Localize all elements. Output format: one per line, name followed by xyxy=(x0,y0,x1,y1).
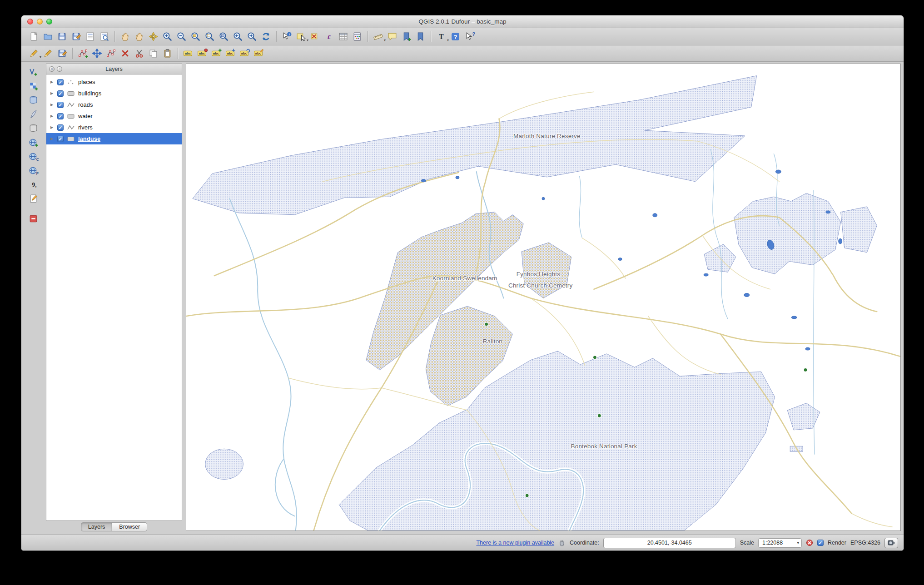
crs-status-button[interactable] xyxy=(884,538,898,548)
show-bookmarks-button[interactable] xyxy=(414,30,427,43)
cut-features-button[interactable] xyxy=(133,47,146,60)
layer-checkbox[interactable]: ✓ xyxy=(57,102,64,108)
zoom-next-button[interactable] xyxy=(245,30,258,43)
change-label-button[interactable]: abc xyxy=(252,47,265,60)
project-new-button[interactable] xyxy=(27,30,40,43)
new-print-composer-button[interactable] xyxy=(84,30,97,43)
layer-checkbox[interactable]: ✓ xyxy=(57,124,64,131)
tab-layers[interactable]: Layers xyxy=(81,522,113,531)
svg-text:ε: ε xyxy=(328,32,331,41)
open-attribute-table-button[interactable] xyxy=(337,30,350,43)
save-layer-edits-button[interactable] xyxy=(55,47,69,60)
svg-text:i: i xyxy=(289,32,290,36)
field-calculator-button[interactable] xyxy=(351,30,364,43)
expand-arrow-icon[interactable]: ▶ xyxy=(50,137,55,141)
add-feature-button[interactable] xyxy=(76,47,89,60)
measure-line-button[interactable]: ▾ xyxy=(372,30,385,43)
add-spatialite-layer-button[interactable] xyxy=(27,108,40,120)
layer-checkbox[interactable]: ✓ xyxy=(57,90,64,97)
plugin-available-link[interactable]: There is a new plugin available xyxy=(476,540,554,546)
expand-arrow-icon[interactable]: ▶ xyxy=(50,91,55,95)
add-wcs-layer-button[interactable]: C xyxy=(27,150,40,163)
zoom-out-button[interactable] xyxy=(175,30,188,43)
add-wfs-layer-button[interactable]: F xyxy=(27,164,40,177)
scale-combo[interactable]: 1:22088 ▾ xyxy=(758,538,802,548)
coordinate-input[interactable]: 20.4501,-34.0465 xyxy=(603,538,736,548)
layer-item-roads[interactable]: ▶✓roads xyxy=(46,99,182,110)
deselect-features-button[interactable] xyxy=(308,30,322,43)
zoom-window-button[interactable] xyxy=(46,19,52,25)
tab-browser[interactable]: Browser xyxy=(112,522,147,531)
map-canvas[interactable]: Marloth Nature ReserveKoornland Swellend… xyxy=(186,64,901,531)
panel-close-button[interactable]: × xyxy=(49,66,55,72)
panel-float-button[interactable]: ◦ xyxy=(57,66,62,72)
node-tool-button[interactable] xyxy=(104,47,118,60)
help-contents-button[interactable]: ? xyxy=(449,30,462,43)
zoom-full-button[interactable] xyxy=(189,30,202,43)
add-postgis-layer-button[interactable] xyxy=(27,94,40,106)
render-checkbox[interactable]: ✓ xyxy=(817,540,824,546)
select-by-expression-button[interactable]: ε xyxy=(323,30,336,43)
plugin-icon[interactable] xyxy=(558,539,566,546)
new-shapefile-layer-button[interactable] xyxy=(27,192,40,205)
paste-features-button[interactable] xyxy=(161,47,174,60)
layer-checkbox[interactable]: ✓ xyxy=(57,113,64,119)
toggle-editing-button[interactable] xyxy=(41,47,55,60)
layer-item-rivers[interactable]: ▶✓rivers xyxy=(46,122,182,133)
current-edits-button[interactable]: ▾ xyxy=(27,47,40,60)
add-wms-layer-button[interactable] xyxy=(27,136,40,149)
pan-to-selection-button[interactable] xyxy=(147,30,160,43)
main-area: CF9, × ◦ Layers ▶✓places▶✓buildings▶✓roa… xyxy=(21,62,904,535)
map-refresh-button[interactable] xyxy=(259,30,273,43)
stop-render-icon[interactable] xyxy=(806,539,813,546)
close-window-button[interactable] xyxy=(27,19,33,25)
layer-item-places[interactable]: ▶✓places xyxy=(46,76,182,88)
layer-checkbox[interactable]: ✓ xyxy=(57,79,64,85)
zoom-to-selection-button[interactable] xyxy=(203,30,216,43)
delete-selected-button[interactable] xyxy=(119,47,132,60)
add-vector-layer-button[interactable] xyxy=(27,65,40,78)
new-bookmark-button[interactable] xyxy=(400,30,413,43)
layer-item-buildings[interactable]: ▶✓buildings xyxy=(46,88,182,99)
map-tips-button[interactable] xyxy=(386,30,399,43)
manage-layers-toolbar: CF9, xyxy=(21,62,45,535)
expand-arrow-icon[interactable]: ▶ xyxy=(50,103,55,107)
remove-layer-button[interactable] xyxy=(27,212,40,225)
add-delimited-text-layer-button[interactable]: 9, xyxy=(27,178,40,191)
project-save-as-button[interactable] xyxy=(70,30,83,43)
pan-map-button[interactable] xyxy=(133,30,146,43)
move-label-button[interactable]: abc xyxy=(224,47,237,60)
expand-arrow-icon[interactable]: ▶ xyxy=(50,114,55,118)
crs-label: EPSG:4326 xyxy=(850,540,880,546)
map-label: Koornland Swellendam xyxy=(432,275,497,282)
expand-arrow-icon[interactable]: ▶ xyxy=(50,125,55,129)
composer-manager-button[interactable] xyxy=(98,30,111,43)
window-title: QGIS 2.0.1-Dufour – basic_map xyxy=(21,18,904,25)
select-features-button[interactable]: ▾ xyxy=(294,30,308,43)
zoom-to-layer-button[interactable] xyxy=(217,30,230,43)
project-save-button[interactable] xyxy=(55,30,69,43)
zoom-last-button[interactable] xyxy=(231,30,244,43)
minimize-window-button[interactable] xyxy=(37,19,43,25)
whats-this-button[interactable]: ? xyxy=(463,30,476,43)
copy-features-button[interactable] xyxy=(147,47,160,60)
layer-tree: ▶✓places▶✓buildings▶✓roads▶✓water▶✓river… xyxy=(46,74,182,521)
toolbar-separator xyxy=(431,31,431,42)
labeling-button[interactable]: abc xyxy=(182,47,195,60)
touch-zoom-pan-button[interactable] xyxy=(119,30,132,43)
move-feature-button[interactable] xyxy=(90,47,104,60)
layer-item-water[interactable]: ▶✓water xyxy=(46,110,182,122)
highlight-pinned-labels-button[interactable]: abc xyxy=(210,47,223,60)
pin-labels-button[interactable]: abc xyxy=(196,47,209,60)
add-mssql-layer-button[interactable] xyxy=(27,122,40,134)
layer-item-landuse[interactable]: ▶✓landuse xyxy=(46,133,182,144)
add-raster-layer-button[interactable] xyxy=(27,79,40,92)
title-bar[interactable]: QGIS 2.0.1-Dufour – basic_map xyxy=(21,15,904,28)
identify-features-button[interactable]: i xyxy=(280,30,293,43)
expand-arrow-icon[interactable]: ▶ xyxy=(50,80,55,84)
rotate-label-button[interactable]: abc xyxy=(238,47,251,60)
layer-checkbox[interactable]: ✓ xyxy=(57,136,64,142)
project-open-button[interactable] xyxy=(41,30,55,43)
text-annotation-button[interactable]: T▾ xyxy=(435,30,448,43)
zoom-in-button[interactable] xyxy=(161,30,174,43)
